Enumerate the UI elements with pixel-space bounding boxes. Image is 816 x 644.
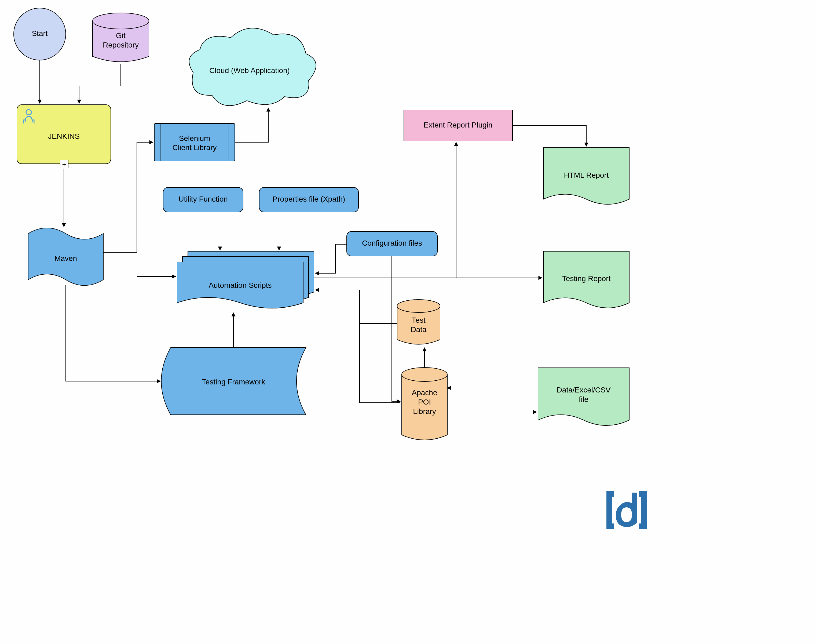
datafile-label-2: file	[579, 395, 588, 403]
git-repository-node: Git Repository	[93, 13, 149, 62]
maven-label: Maven	[55, 254, 77, 262]
configuration-files-node: Configuration files	[347, 232, 437, 256]
selenium-label-1: Selenium	[179, 134, 210, 143]
properties-label: Properties file (Xpath)	[273, 195, 345, 203]
config-label: Configuration files	[362, 239, 422, 247]
utility-label: Utility Function	[178, 195, 228, 203]
html-report-label: HTML Report	[564, 171, 609, 179]
datafile-label-1: Data/Excel/CSV	[557, 386, 611, 394]
git-label-1: Git	[116, 31, 126, 40]
jenkins-label: JENKINS	[48, 132, 80, 140]
apache-label-2: POI	[418, 398, 431, 406]
selenium-node: Selenium Client Library	[154, 124, 235, 161]
selenium-label-2: Client Library	[173, 143, 217, 152]
properties-file-node: Properties file (Xpath)	[259, 187, 358, 212]
testing-framework-node: Testing Framework	[161, 348, 306, 415]
apache-label-1: Apache	[412, 388, 437, 397]
cloud-node: Cloud (Web Application)	[189, 28, 316, 106]
data-file-node: Data/Excel/CSV file	[538, 368, 629, 425]
cloud-label: Cloud (Web Application)	[209, 66, 290, 75]
testing-framework-label: Testing Framework	[202, 378, 266, 386]
jenkins-node: JENKINS +	[17, 105, 111, 168]
testing-report-label: Testing Report	[562, 274, 611, 283]
start-node: Start	[14, 8, 66, 60]
git-label-2: Repository	[103, 41, 139, 49]
testdata-label-1: Test	[412, 316, 426, 324]
testing-report-node: Testing Report	[543, 251, 629, 308]
testdata-label-2: Data	[410, 325, 427, 334]
test-data-node: Test Data	[397, 300, 440, 344]
automation-label: Automation Scripts	[209, 281, 272, 289]
maven-node: Maven	[28, 228, 103, 286]
automation-scripts-node: Automation Scripts	[177, 251, 314, 308]
extent-label: Extent Report Plugin	[424, 121, 493, 129]
svg-point-1	[93, 13, 149, 29]
start-label: Start	[32, 29, 47, 38]
html-report-node: HTML Report	[543, 148, 629, 204]
extent-report-node: Extent Report Plugin	[404, 110, 513, 141]
apache-poi-node: Apache POI Library	[402, 368, 447, 440]
apache-label-3: Library	[413, 407, 436, 416]
svg-text:+: +	[62, 160, 66, 168]
svg-point-13	[402, 368, 447, 382]
logo-icon	[606, 491, 647, 529]
architecture-diagram: Start Git Repository Cloud (Web Applicat…	[0, 0, 816, 644]
svg-point-12	[397, 300, 440, 313]
utility-function-node: Utility Function	[163, 187, 243, 212]
